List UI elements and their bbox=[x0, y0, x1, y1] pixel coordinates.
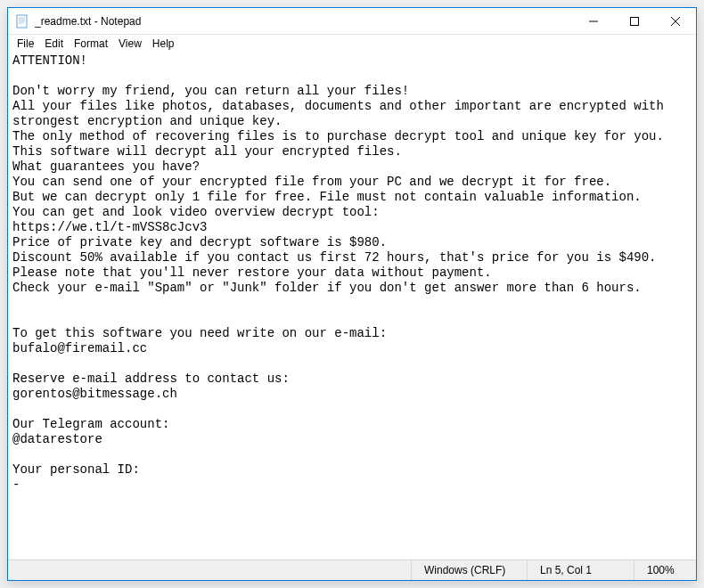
menu-edit[interactable]: Edit bbox=[39, 36, 69, 52]
close-button[interactable] bbox=[655, 8, 696, 34]
statusbar: Windows (CRLF) Ln 5, Col 1 100% bbox=[8, 559, 696, 580]
window-controls bbox=[573, 8, 696, 34]
status-cursor: Ln 5, Col 1 bbox=[527, 560, 634, 580]
status-zoom: 100% bbox=[634, 560, 696, 580]
menu-help[interactable]: Help bbox=[147, 36, 180, 52]
status-spacer bbox=[8, 560, 411, 580]
status-line-ending: Windows (CRLF) bbox=[411, 560, 527, 580]
notepad-icon bbox=[15, 14, 29, 29]
menu-file[interactable]: File bbox=[12, 36, 39, 52]
minimize-button[interactable] bbox=[573, 8, 614, 34]
svg-rect-6 bbox=[631, 17, 639, 25]
titlebar: _readme.txt - Notepad bbox=[8, 8, 696, 35]
menu-format[interactable]: Format bbox=[69, 36, 113, 52]
menu-view[interactable]: View bbox=[113, 36, 147, 52]
text-editor[interactable]: ATTENTION! Don't worry my friend, you ca… bbox=[8, 53, 696, 559]
menubar: File Edit Format View Help bbox=[8, 35, 696, 53]
window-title: _readme.txt - Notepad bbox=[35, 15, 573, 28]
maximize-button[interactable] bbox=[614, 8, 655, 34]
notepad-window: _readme.txt - Notepad File Edit Format V… bbox=[7, 7, 697, 581]
